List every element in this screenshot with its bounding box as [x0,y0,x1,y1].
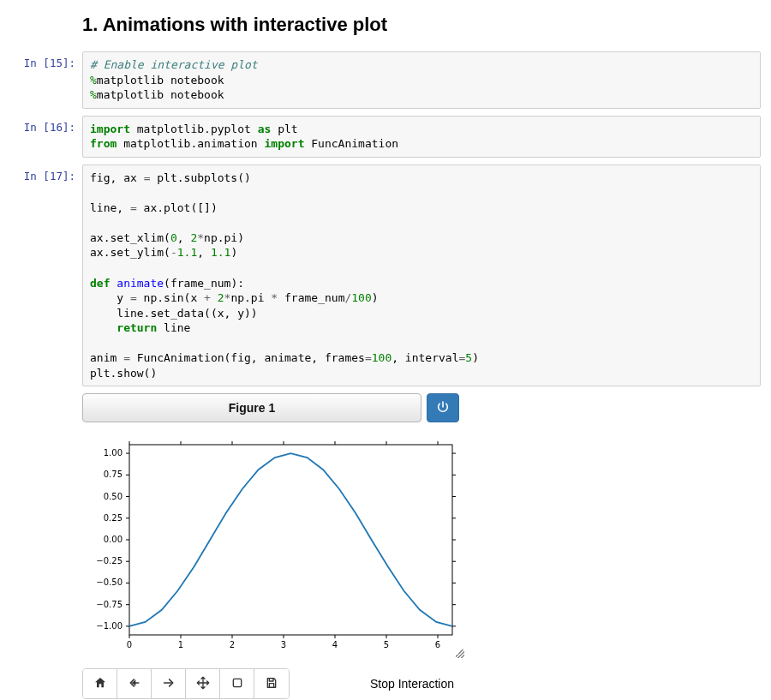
svg-text:−0.75: −0.75 [96,600,123,609]
back-button[interactable] [117,669,152,698]
svg-text:3: 3 [281,640,286,649]
code-input[interactable]: import matplotlib.pyplot as plt from mat… [82,116,761,158]
svg-text:1: 1 [178,640,183,649]
section-heading: 1. Animations with interactive plot [82,14,761,36]
code-input[interactable]: # Enable interactive plot %matplotlib no… [82,51,761,109]
pan-button[interactable] [186,669,220,698]
figure-toolbar [82,668,290,699]
svg-text:0.75: 0.75 [104,470,123,480]
svg-text:−0.25: −0.25 [96,557,123,566]
svg-text:6: 6 [435,640,440,649]
svg-text:−0.50: −0.50 [96,578,123,588]
zoom-rect-button[interactable] [220,669,254,698]
svg-text:0: 0 [127,640,132,649]
save-icon [265,676,278,692]
svg-rect-51 [269,679,273,681]
svg-text:0.00: 0.00 [104,535,123,544]
svg-text:0.25: 0.25 [104,513,123,523]
forward-button[interactable] [152,669,186,698]
svg-text:0.50: 0.50 [104,492,123,501]
svg-text:5: 5 [384,640,389,649]
input-prompt: In [15]: [10,51,82,109]
input-prompt: In [16]: [10,116,82,158]
move-icon [196,676,210,692]
code-cell: In [16]:import matplotlib.pyplot as plt … [10,116,761,158]
stop-interaction-label[interactable]: Stop Interaction [370,677,454,691]
home-button[interactable] [83,669,117,698]
rectangle-icon [230,676,244,692]
cell-output: Figure 1 −1.00−0.75−0.50−0.250.000.250.5… [82,393,761,699]
code-cell: In [17]:fig, ax = plt.subplots() line, =… [10,165,761,387]
svg-text:2: 2 [230,640,235,649]
svg-text:−1.00: −1.00 [96,621,123,631]
power-icon [436,400,450,416]
power-button[interactable] [427,393,459,422]
code-cell: In [15]:# Enable interactive plot %matpl… [10,51,761,109]
input-prompt: In [17]: [10,165,82,387]
svg-rect-0 [129,445,452,635]
code-input[interactable]: fig, ax = plt.subplots() line, = ax.plot… [82,165,761,387]
arrow-left-icon [128,676,141,692]
svg-rect-50 [233,679,241,686]
arrow-right-icon [162,676,176,692]
resize-handle-icon[interactable] [452,646,464,658]
svg-text:4: 4 [332,640,338,649]
line-chart[interactable]: −1.00−0.75−0.50−0.250.000.250.500.751.00… [82,440,459,654]
home-icon [93,676,107,692]
figure-title-bar[interactable]: Figure 1 [82,393,421,422]
svg-rect-52 [269,684,273,688]
svg-text:1.00: 1.00 [104,448,123,458]
save-button[interactable] [254,669,289,698]
